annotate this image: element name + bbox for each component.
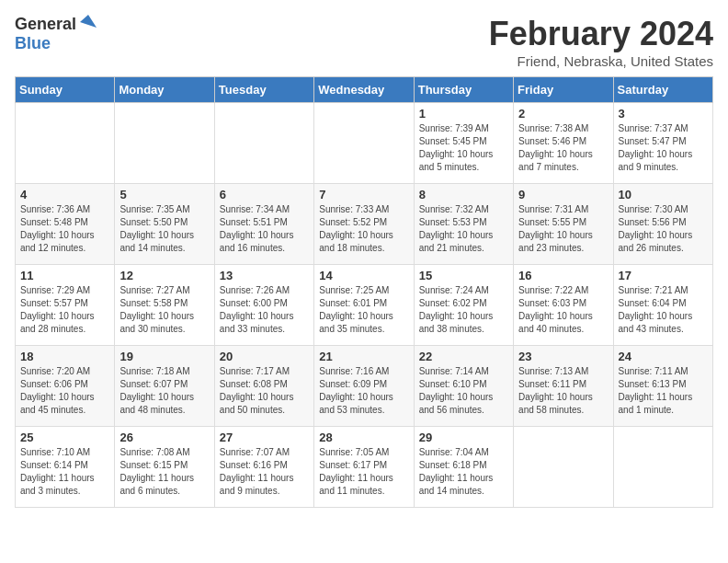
calendar-week-row: 11Sunrise: 7:29 AM Sunset: 5:57 PM Dayli… <box>16 265 713 346</box>
calendar-cell: 19Sunrise: 7:18 AM Sunset: 6:07 PM Dayli… <box>115 346 214 427</box>
svg-marker-0 <box>80 15 97 28</box>
calendar-cell: 26Sunrise: 7:08 AM Sunset: 6:15 PM Dayli… <box>115 427 214 508</box>
weekday-header-tuesday: Tuesday <box>214 77 313 103</box>
calendar-cell: 2Sunrise: 7:38 AM Sunset: 5:46 PM Daylig… <box>514 103 613 184</box>
day-number: 8 <box>419 188 508 201</box>
calendar-cell: 23Sunrise: 7:13 AM Sunset: 6:11 PM Dayli… <box>514 346 613 427</box>
calendar-cell: 10Sunrise: 7:30 AM Sunset: 5:56 PM Dayli… <box>613 184 712 265</box>
calendar-week-row: 25Sunrise: 7:10 AM Sunset: 6:14 PM Dayli… <box>16 427 713 508</box>
calendar-cell: 13Sunrise: 7:26 AM Sunset: 6:00 PM Dayli… <box>214 265 313 346</box>
day-info: Sunrise: 7:29 AM Sunset: 5:57 PM Dayligh… <box>20 284 109 336</box>
calendar-table: SundayMondayTuesdayWednesdayThursdayFrid… <box>15 76 713 508</box>
day-number: 9 <box>518 188 608 201</box>
calendar-cell: 14Sunrise: 7:25 AM Sunset: 6:01 PM Dayli… <box>314 265 414 346</box>
day-number: 25 <box>20 431 109 444</box>
calendar-cell <box>214 103 313 184</box>
day-number: 22 <box>419 350 508 363</box>
calendar-cell: 25Sunrise: 7:10 AM Sunset: 6:14 PM Dayli… <box>16 427 115 508</box>
day-number: 20 <box>220 350 309 363</box>
day-number: 14 <box>319 269 408 282</box>
calendar-week-row: 4Sunrise: 7:36 AM Sunset: 5:48 PM Daylig… <box>16 184 713 265</box>
weekday-header-saturday: Saturday <box>613 77 712 103</box>
calendar-cell: 24Sunrise: 7:11 AM Sunset: 6:13 PM Dayli… <box>613 346 712 427</box>
day-number: 26 <box>119 431 209 444</box>
day-info: Sunrise: 7:08 AM Sunset: 6:15 PM Dayligh… <box>119 446 209 498</box>
weekday-header-monday: Monday <box>115 77 214 103</box>
logo-blue-text: Blue <box>15 34 51 53</box>
calendar-cell: 21Sunrise: 7:16 AM Sunset: 6:09 PM Dayli… <box>314 346 414 427</box>
calendar-cell: 1Sunrise: 7:39 AM Sunset: 5:45 PM Daylig… <box>414 103 513 184</box>
day-info: Sunrise: 7:35 AM Sunset: 5:50 PM Dayligh… <box>119 203 209 255</box>
calendar-cell <box>314 103 414 184</box>
day-info: Sunrise: 7:22 AM Sunset: 6:03 PM Dayligh… <box>518 284 608 336</box>
day-info: Sunrise: 7:38 AM Sunset: 5:46 PM Dayligh… <box>518 122 608 174</box>
calendar-week-row: 1Sunrise: 7:39 AM Sunset: 5:45 PM Daylig… <box>16 103 713 184</box>
calendar-cell: 5Sunrise: 7:35 AM Sunset: 5:50 PM Daylig… <box>115 184 214 265</box>
calendar-cell: 16Sunrise: 7:22 AM Sunset: 6:03 PM Dayli… <box>514 265 613 346</box>
day-info: Sunrise: 7:37 AM Sunset: 5:47 PM Dayligh… <box>619 122 708 174</box>
day-number: 6 <box>220 188 309 201</box>
day-number: 16 <box>518 269 608 282</box>
calendar-cell <box>613 427 712 508</box>
day-number: 19 <box>119 350 209 363</box>
calendar-week-row: 18Sunrise: 7:20 AM Sunset: 6:06 PM Dayli… <box>16 346 713 427</box>
weekday-header-thursday: Thursday <box>414 77 513 103</box>
weekday-header-row: SundayMondayTuesdayWednesdayThursdayFrid… <box>16 77 713 103</box>
day-info: Sunrise: 7:11 AM Sunset: 6:13 PM Dayligh… <box>619 365 708 417</box>
day-info: Sunrise: 7:05 AM Sunset: 6:17 PM Dayligh… <box>319 446 408 498</box>
calendar-cell: 22Sunrise: 7:14 AM Sunset: 6:10 PM Dayli… <box>414 346 513 427</box>
month-title: February 2024 <box>489 15 713 53</box>
logo-bird-icon <box>78 13 98 33</box>
day-info: Sunrise: 7:10 AM Sunset: 6:14 PM Dayligh… <box>20 446 109 498</box>
day-number: 12 <box>119 269 209 282</box>
day-info: Sunrise: 7:36 AM Sunset: 5:48 PM Dayligh… <box>20 203 109 255</box>
day-info: Sunrise: 7:20 AM Sunset: 6:06 PM Dayligh… <box>20 365 109 417</box>
calendar-cell: 28Sunrise: 7:05 AM Sunset: 6:17 PM Dayli… <box>314 427 414 508</box>
calendar-cell: 12Sunrise: 7:27 AM Sunset: 5:58 PM Dayli… <box>115 265 214 346</box>
location-title: Friend, Nebraska, United States <box>489 53 713 69</box>
day-number: 7 <box>319 188 408 201</box>
calendar-cell: 29Sunrise: 7:04 AM Sunset: 6:18 PM Dayli… <box>414 427 513 508</box>
calendar-cell: 15Sunrise: 7:24 AM Sunset: 6:02 PM Dayli… <box>414 265 513 346</box>
day-number: 4 <box>20 188 109 201</box>
day-number: 23 <box>518 350 608 363</box>
logo: General Blue <box>15 15 98 53</box>
day-number: 15 <box>419 269 508 282</box>
weekday-header-friday: Friday <box>514 77 613 103</box>
day-info: Sunrise: 7:27 AM Sunset: 5:58 PM Dayligh… <box>119 284 209 336</box>
day-info: Sunrise: 7:16 AM Sunset: 6:09 PM Dayligh… <box>319 365 408 417</box>
calendar-cell: 20Sunrise: 7:17 AM Sunset: 6:08 PM Dayli… <box>214 346 313 427</box>
logo-general-text: General <box>15 15 76 34</box>
day-info: Sunrise: 7:07 AM Sunset: 6:16 PM Dayligh… <box>220 446 309 498</box>
calendar-cell: 17Sunrise: 7:21 AM Sunset: 6:04 PM Dayli… <box>613 265 712 346</box>
day-info: Sunrise: 7:30 AM Sunset: 5:56 PM Dayligh… <box>619 203 708 255</box>
day-info: Sunrise: 7:24 AM Sunset: 6:02 PM Dayligh… <box>419 284 508 336</box>
calendar-cell: 27Sunrise: 7:07 AM Sunset: 6:16 PM Dayli… <box>214 427 313 508</box>
day-number: 2 <box>518 107 608 121</box>
day-number: 1 <box>419 107 508 121</box>
weekday-header-sunday: Sunday <box>16 77 115 103</box>
calendar-cell <box>115 103 214 184</box>
header: General Blue February 2024 Friend, Nebra… <box>15 15 713 69</box>
day-number: 18 <box>20 350 109 363</box>
day-info: Sunrise: 7:31 AM Sunset: 5:55 PM Dayligh… <box>518 203 608 255</box>
calendar-cell: 3Sunrise: 7:37 AM Sunset: 5:47 PM Daylig… <box>613 103 712 184</box>
day-number: 29 <box>419 431 508 444</box>
calendar-cell: 7Sunrise: 7:33 AM Sunset: 5:52 PM Daylig… <box>314 184 414 265</box>
day-number: 28 <box>319 431 408 444</box>
day-number: 17 <box>619 269 708 282</box>
day-info: Sunrise: 7:04 AM Sunset: 6:18 PM Dayligh… <box>419 446 508 498</box>
day-info: Sunrise: 7:25 AM Sunset: 6:01 PM Dayligh… <box>319 284 408 336</box>
day-number: 21 <box>319 350 408 363</box>
calendar-cell: 11Sunrise: 7:29 AM Sunset: 5:57 PM Dayli… <box>16 265 115 346</box>
day-info: Sunrise: 7:17 AM Sunset: 6:08 PM Dayligh… <box>220 365 309 417</box>
day-info: Sunrise: 7:34 AM Sunset: 5:51 PM Dayligh… <box>220 203 309 255</box>
calendar-cell: 6Sunrise: 7:34 AM Sunset: 5:51 PM Daylig… <box>214 184 313 265</box>
calendar-cell: 18Sunrise: 7:20 AM Sunset: 6:06 PM Dayli… <box>16 346 115 427</box>
calendar-cell: 8Sunrise: 7:32 AM Sunset: 5:53 PM Daylig… <box>414 184 513 265</box>
day-number: 13 <box>220 269 309 282</box>
day-number: 27 <box>220 431 309 444</box>
day-number: 5 <box>119 188 209 201</box>
day-number: 10 <box>619 188 708 201</box>
day-info: Sunrise: 7:18 AM Sunset: 6:07 PM Dayligh… <box>119 365 209 417</box>
